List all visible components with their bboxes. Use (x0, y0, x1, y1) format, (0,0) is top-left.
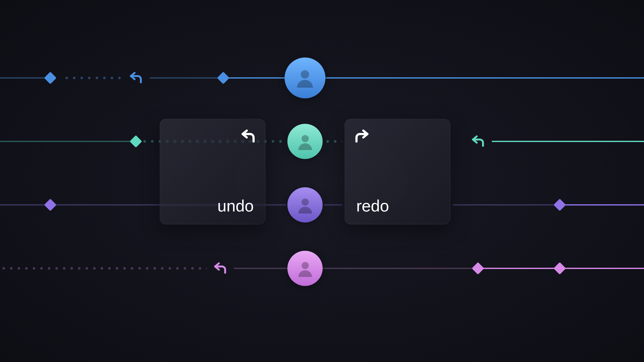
timeline-row-0 (0, 77, 644, 79)
avatar (287, 251, 323, 286)
redo-card[interactable]: redo (345, 119, 450, 224)
undo-icon (128, 70, 143, 85)
avatar (285, 58, 325, 98)
timeline-segment (150, 77, 218, 79)
timeline-segment (0, 77, 46, 79)
timeline-segment (228, 77, 285, 79)
timeline-segment (0, 267, 207, 270)
timeline-row-3 (0, 268, 644, 269)
diamond-marker (472, 262, 484, 275)
timeline-segment (0, 204, 46, 206)
avatar (287, 187, 323, 222)
diamond-marker (553, 262, 566, 275)
undo-card[interactable]: undo (160, 119, 265, 224)
svg-point-3 (301, 70, 309, 79)
timeline-segment (326, 77, 644, 79)
timeline-segment (453, 204, 555, 206)
svg-point-1 (302, 198, 309, 206)
diamond-marker (130, 135, 142, 148)
timeline-segment (0, 141, 131, 142)
redo-icon (354, 128, 370, 144)
undo-label: undo (217, 196, 254, 215)
redo-label: redo (356, 196, 389, 215)
avatar (287, 124, 323, 159)
timeline-segment (565, 268, 644, 269)
undo-icon (470, 134, 486, 149)
svg-point-2 (302, 135, 309, 142)
undo-icon (213, 261, 228, 276)
undo-icon (240, 128, 256, 144)
timeline-segment (483, 268, 555, 269)
diamond-marker (217, 72, 230, 84)
timeline-segment (565, 204, 644, 206)
timeline-segment (324, 140, 342, 143)
timeline-segment (234, 268, 287, 269)
svg-point-0 (302, 262, 309, 269)
timeline-row-2 (0, 204, 644, 206)
timeline-segment (323, 268, 473, 269)
timeline-row-1 (0, 141, 644, 142)
diamond-marker (553, 199, 566, 211)
diamond-marker (44, 199, 57, 211)
timeline-segment (324, 204, 342, 206)
timeline-segment (492, 141, 644, 142)
timeline-segment (63, 76, 125, 80)
diamond-marker (44, 72, 57, 84)
